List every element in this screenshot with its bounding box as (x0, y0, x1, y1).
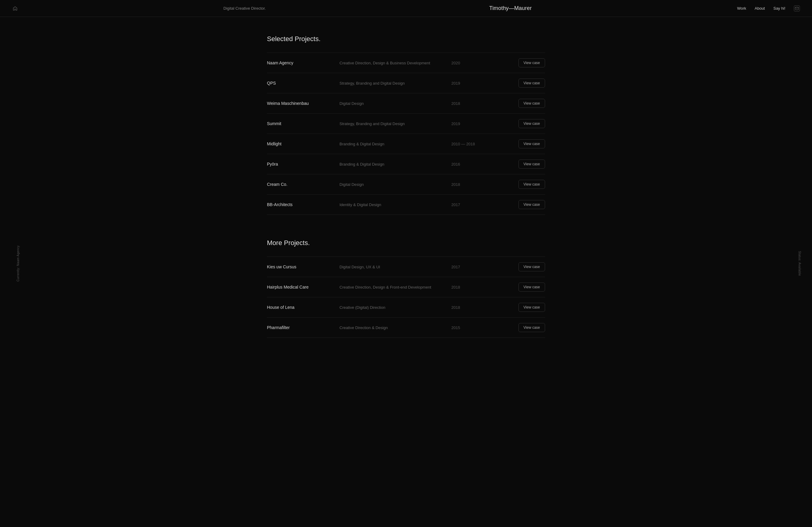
selected-projects-table: Naam Agency Creative Direction, Design &… (267, 53, 545, 215)
project-description: Digital Design, UX & UI (339, 265, 445, 269)
project-action: View case (506, 303, 545, 312)
table-row: QPS Strategy, Branding and Digital Desig… (267, 73, 545, 93)
project-year: 2019 (451, 81, 500, 86)
table-row: Pharmafilter Creative Direction & Design… (267, 318, 545, 338)
project-description: Digital Design (339, 182, 445, 187)
home-icon[interactable] (12, 5, 18, 12)
table-row: Kies uw Cursus Digital Design, UX & UI 2… (267, 257, 545, 277)
project-year: 2020 (451, 61, 500, 65)
header-subtitle: Digital Creative Director. (223, 6, 284, 11)
more-projects-section: More Projects. Kies uw Cursus Digital De… (267, 239, 545, 338)
table-row: Pyōra Branding & Digital Design 2016 Vie… (267, 154, 545, 174)
project-year: 2016 (451, 162, 500, 166)
project-year: 2018 (451, 305, 500, 310)
view-case-button[interactable]: View case (519, 303, 545, 312)
table-row: Hairplus Medical Care Creative Direction… (267, 277, 545, 297)
table-row: Naam Agency Creative Direction, Design &… (267, 53, 545, 73)
table-row: House of Lena Creative (Digital) Directi… (267, 297, 545, 318)
project-name: Kies uw Cursus (267, 264, 333, 269)
project-year: 2017 (451, 203, 500, 207)
table-row: Summit Strategy, Branding and Digital De… (267, 114, 545, 134)
project-description: Strategy, Branding and Digital Design (339, 121, 445, 126)
project-year: 2018 (451, 182, 500, 187)
view-case-button[interactable]: View case (519, 58, 545, 68)
view-case-button[interactable]: View case (519, 262, 545, 272)
project-description: Creative Direction & Design (339, 325, 445, 330)
project-action: View case (506, 139, 545, 148)
project-name: House of Lena (267, 305, 333, 310)
nav-about[interactable]: About (755, 6, 765, 11)
project-description: Branding & Digital Design (339, 162, 445, 166)
project-action: View case (506, 78, 545, 88)
view-case-button[interactable]: View case (519, 99, 545, 108)
project-action: View case (506, 262, 545, 272)
view-case-button[interactable]: View case (519, 323, 545, 332)
view-case-button[interactable]: View case (519, 78, 545, 88)
project-name: Weima Maschinenbau (267, 101, 333, 106)
project-name: QPS (267, 81, 333, 86)
more-projects-table: Kies uw Cursus Digital Design, UX & UI 2… (267, 257, 545, 338)
project-name: BB-Architects (267, 202, 333, 207)
project-name: Naam Agency (267, 60, 333, 65)
table-row: BB-Architects Identity & Digital Design … (267, 195, 545, 215)
project-name: Midlight (267, 142, 333, 146)
sidebar-left: Currently: Naam Agency (16, 245, 20, 281)
project-description: Creative Direction, Design & Business De… (339, 61, 445, 65)
project-action: View case (506, 119, 545, 128)
project-description: Branding & Digital Design (339, 142, 445, 146)
header: Digital Creative Director. Timothy—Maure… (0, 0, 812, 17)
email-icon[interactable] (794, 5, 800, 12)
project-description: Strategy, Branding and Digital Design (339, 81, 445, 86)
project-name: Pharmafilter (267, 325, 333, 330)
project-year: 2010 — 2018 (451, 142, 500, 146)
project-name: Summit (267, 121, 333, 126)
project-action: View case (506, 323, 545, 332)
main-content: Selected Projects. Naam Agency Creative … (255, 17, 557, 392)
project-name: Pyōra (267, 162, 333, 166)
project-year: 2015 (451, 325, 500, 330)
view-case-button[interactable]: View case (519, 282, 545, 292)
selected-projects-section: Selected Projects. Naam Agency Creative … (267, 35, 545, 215)
table-row: Cream Co. Digital Design 2018 View case (267, 174, 545, 195)
project-action: View case (506, 180, 545, 189)
selected-projects-title: Selected Projects. (267, 35, 545, 43)
project-name: Hairplus Medical Care (267, 285, 333, 290)
project-action: View case (506, 200, 545, 209)
project-action: View case (506, 160, 545, 169)
nav-work[interactable]: Work (737, 6, 746, 11)
project-year: 2018 (451, 285, 500, 290)
project-description: Creative Direction, Design & Front-end D… (339, 285, 445, 290)
project-year: 2019 (451, 121, 500, 126)
nav-sayhi[interactable]: Say hi! (773, 6, 785, 11)
table-row: Weima Maschinenbau Digital Design 2018 V… (267, 93, 545, 114)
project-action: View case (506, 99, 545, 108)
site-title: Timothy—Maurer (489, 5, 532, 12)
project-description: Creative (Digital) Direction (339, 305, 445, 310)
view-case-button[interactable]: View case (519, 160, 545, 169)
view-case-button[interactable]: View case (519, 180, 545, 189)
project-name: Cream Co. (267, 182, 333, 187)
project-action: View case (506, 58, 545, 68)
project-action: View case (506, 282, 545, 292)
more-projects-title: More Projects. (267, 239, 545, 247)
view-case-button[interactable]: View case (519, 139, 545, 148)
project-description: Digital Design (339, 101, 445, 106)
view-case-button[interactable]: View case (519, 119, 545, 128)
project-year: 2017 (451, 265, 500, 269)
sidebar-right: Status: Available (798, 251, 801, 276)
view-case-button[interactable]: View case (519, 200, 545, 209)
table-row: Midlight Branding & Digital Design 2010 … (267, 134, 545, 154)
project-description: Identity & Digital Design (339, 203, 445, 207)
main-nav: Work About Say hi! (737, 5, 800, 12)
project-year: 2018 (451, 101, 500, 106)
